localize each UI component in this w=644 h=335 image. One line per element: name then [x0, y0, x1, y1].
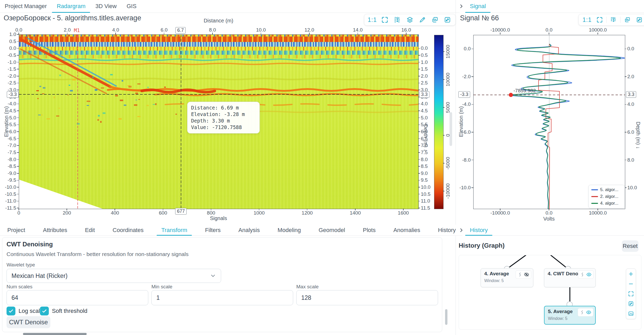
reset-button[interactable]: Reset — [622, 240, 639, 252]
tab-attributes[interactable]: Attributes — [42, 225, 68, 235]
max-scale-input[interactable]: 128 — [296, 290, 438, 305]
axis-tick-mark — [471, 104, 473, 105]
axis-tick-mark — [17, 125, 19, 125]
vertical-scrollbar-thumb[interactable] — [445, 309, 447, 325]
fullscreen-icon[interactable] — [380, 15, 390, 25]
axis-tick-label: -4.0 — [462, 101, 471, 107]
collapse-history-panel-button[interactable] — [456, 225, 467, 235]
radargram-plot[interactable]: Distance: 6.69 mElevation: -3.28 mDepth:… — [19, 34, 419, 209]
export-image-icon[interactable] — [627, 310, 635, 317]
axis-tick-mark — [418, 48, 420, 49]
axis-tick-mark — [164, 33, 164, 34]
axis-tick-mark — [418, 145, 420, 146]
collapse-signal-panel-button[interactable] — [456, 0, 467, 13]
min-scale-input[interactable]: 1 — [151, 290, 293, 305]
max-scale-label: Max scale — [296, 284, 319, 290]
horizontal-scrollbar-thumb[interactable] — [23, 333, 87, 335]
tab-anomalies[interactable]: Anomalies — [393, 225, 421, 235]
axis-tick-label: 1000 — [253, 210, 264, 216]
axis-tick-label: -10.5 — [5, 191, 16, 197]
eye-off-icon[interactable] — [524, 272, 529, 277]
signal-plot[interactable]: -7859.982 5. algor...2. algor...4. algor… — [473, 35, 625, 209]
tab-gis[interactable]: GIS — [126, 0, 137, 13]
tab-radargram[interactable]: Radargram — [56, 0, 86, 13]
axis-tick-mark — [19, 209, 19, 210]
open-external-icon[interactable] — [442, 15, 453, 25]
tab-3d-view[interactable]: 3D View — [95, 0, 117, 13]
radargram-scrollbar-thumb[interactable] — [450, 112, 452, 146]
tab-history[interactable]: History — [469, 225, 488, 235]
tab-signal[interactable]: Signal — [469, 0, 486, 13]
axis-tick-mark — [17, 180, 19, 181]
tab-modeling[interactable]: Modeling — [277, 225, 301, 235]
axis-tick-label: -5000 — [445, 157, 451, 170]
images-icon[interactable] — [430, 15, 440, 25]
num-scales-label: Num scales — [7, 284, 32, 290]
tab-transform[interactable]: Transform — [161, 225, 188, 235]
axis-tick-mark — [67, 209, 67, 210]
history-node-4-cwt-denoise[interactable]: 4. CWT Denoise — [544, 268, 596, 287]
tab-edit[interactable]: Edit — [84, 225, 95, 235]
axis-tick-mark — [625, 132, 627, 132]
amplitude-stretch-icon[interactable] — [392, 15, 403, 25]
zoom-out-icon[interactable] — [627, 280, 635, 288]
cwt-denoise-button[interactable]: CWT Denoise — [7, 316, 50, 328]
fullscreen-icon[interactable] — [594, 15, 605, 25]
axis-tick-label: 1600 — [398, 210, 409, 216]
fit-view-icon[interactable] — [627, 290, 635, 297]
zoom-1-1-button[interactable]: 1:1 — [367, 15, 377, 25]
eye-icon[interactable] — [586, 272, 592, 277]
axis-tick-mark — [17, 194, 19, 194]
axis-tick-label: 10.0 — [627, 185, 637, 191]
axis-tick-mark — [471, 187, 473, 188]
axis-tick-mark — [163, 209, 163, 210]
axis-tick-mark — [17, 69, 19, 69]
axis-tick-mark — [418, 159, 420, 160]
axis-tick-label: 6.5 — [421, 136, 428, 142]
log-scale-label: Log scale — [19, 308, 43, 314]
axis-tick-mark — [418, 173, 420, 174]
signal-title: Signal № 66 — [460, 14, 499, 22]
chevron-down-icon — [210, 273, 216, 279]
axis-tick-mark — [17, 152, 19, 153]
axis-tick-label: 14.0 — [353, 27, 363, 33]
marker-m1-label[interactable]: M1 — [74, 27, 80, 33]
tab-filters[interactable]: Filters — [204, 225, 221, 235]
axis-tick-label: 15000 — [445, 45, 451, 59]
eye-icon[interactable] — [586, 310, 591, 315]
wavelet-type-select[interactable]: Mexican Hat (Ricker) — [7, 269, 221, 283]
history-graph-canvas[interactable]: 4. AverageWindow: 54. CWT Denoise5. Aver… — [459, 255, 641, 330]
main-tabbar: Project ManagerRadargram3D ViewGIS — [0, 0, 460, 13]
num-scales-input[interactable]: 64 — [7, 290, 148, 305]
node-title: 5. Average — [548, 309, 573, 314]
axis-tick-label: 10000.0 — [589, 210, 607, 216]
axis-tick-mark — [471, 76, 473, 77]
open-external-icon[interactable] — [634, 15, 644, 25]
axis-tick-label: 8.0 — [627, 157, 634, 163]
pencil-icon[interactable] — [417, 15, 428, 25]
tab-coordinates[interactable]: Coordinates — [112, 225, 144, 235]
soft-threshold-label: Soft threshold — [52, 308, 87, 314]
tab-history[interactable]: History — [438, 225, 456, 235]
layers-icon[interactable] — [405, 15, 415, 25]
axis-tick-label: -11.5 — [5, 205, 16, 211]
axis-tick-label: 0 — [445, 134, 451, 137]
axis-tick-mark — [418, 152, 420, 153]
log-scale-checkbox[interactable] — [7, 307, 15, 315]
tab-analysis[interactable]: Analysis — [238, 225, 260, 235]
images-icon[interactable] — [622, 15, 633, 25]
tab-project[interactable]: Project — [7, 225, 26, 235]
zoom-1-1-button[interactable]: 1:1 — [581, 15, 593, 25]
axis-tick-label: 4.5 — [421, 108, 428, 114]
history-node-4-average[interactable]: 4. AverageWindow: 5 — [481, 268, 533, 287]
legend-label: 4. algor... — [600, 201, 618, 206]
history-node-5-average[interactable]: 5. AverageWindow: 5 — [544, 306, 596, 325]
zoom-in-icon[interactable] — [627, 270, 635, 278]
axis-tick-mark — [309, 33, 310, 34]
tab-project-manager[interactable]: Project Manager — [4, 0, 47, 13]
tab-geomodel[interactable]: Geomodel — [318, 225, 346, 235]
open-external-icon[interactable] — [627, 300, 635, 307]
soft-threshold-checkbox[interactable] — [40, 307, 49, 315]
tab-plots[interactable]: Plots — [362, 225, 376, 235]
amplitude-stretch-icon[interactable] — [608, 15, 619, 25]
